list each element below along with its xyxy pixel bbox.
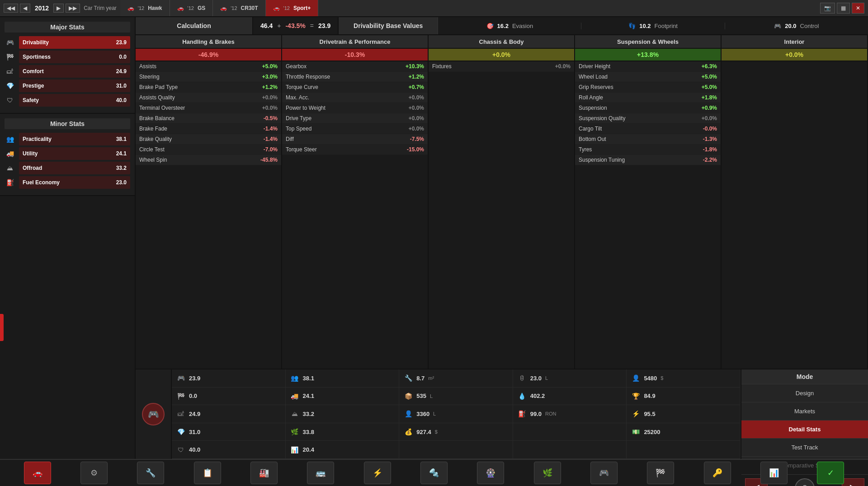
- prev-year-btn[interactable]: ◀: [20, 4, 30, 13]
- car-tab-name-2: CR30T: [241, 5, 258, 11]
- bstat-4-2: ⚡ 95.5: [627, 405, 740, 423]
- mech-nav[interactable]: 🔩: [420, 462, 448, 484]
- ctrl-nav[interactable]: 🎮: [590, 462, 618, 484]
- stat-item-value-3-5: +0.0%: [702, 115, 717, 122]
- stat-item-name-3-2: Grip Reserves: [579, 84, 613, 90]
- bstat-value-2-1: 535: [416, 393, 426, 399]
- stat-item-name-1-1: Throttle Response: [286, 74, 330, 80]
- stat-value-3: 31.0: [116, 83, 127, 89]
- driv-base-values: 🎯 16.2 Evasion 👣 10.2 Footprint 🎮 20.0 C…: [438, 17, 868, 34]
- next-next-year-btn[interactable]: ▶▶: [66, 4, 80, 13]
- stat-item-value-0-4: +0.0%: [262, 105, 278, 111]
- bstat-1-2: ⛰ 33.2: [286, 405, 399, 423]
- stat-item-drivetrain-1: Throttle Response +1.2%: [282, 72, 428, 82]
- col-header-chassis: Chassis & Body: [429, 35, 575, 48]
- stat-name-0: Drivability: [23, 39, 49, 46]
- major-stat-row-safety[interactable]: 🛡 Safety 40.0: [5, 94, 130, 107]
- car-tab-sport+[interactable]: 🚗'12Sport+: [266, 0, 319, 16]
- col-content-suspension: Driver Height +6.3% Wheel Load +5.0% Gri…: [575, 61, 722, 369]
- bottom-driv-icon-area: 🎮: [136, 369, 172, 459]
- stat-item-suspension-9: Suspension Tuning -2.2%: [575, 155, 721, 165]
- minor-stat-icon-0: 👥: [5, 134, 15, 145]
- car-tab-name-1: GS: [198, 5, 205, 11]
- minor-stat-bar-0: Practicality 38.1: [19, 133, 130, 145]
- car-tab-hawk[interactable]: 🚗'12Hawk: [120, 0, 170, 16]
- minor-stat-icon-1: 🚚: [5, 148, 15, 159]
- mode-btn-markets[interactable]: Markets: [741, 402, 868, 421]
- car-tab-gs[interactable]: 🚗'12GS: [170, 0, 213, 16]
- mode-btn-design[interactable]: Design: [741, 384, 868, 402]
- control-label: Control: [800, 23, 819, 29]
- stat-item-name-3-3: Roll Angle: [579, 94, 603, 101]
- major-stat-row-sportiness[interactable]: 🏁 Sportiness 0.0: [5, 51, 130, 63]
- control-value: 20.0: [785, 23, 796, 29]
- major-stat-row-prestige[interactable]: 💎 Prestige 31.0: [5, 79, 130, 92]
- stats-nav[interactable]: 📊: [760, 462, 788, 484]
- bstat-value-1-4: 20.4: [303, 446, 314, 453]
- bstat-value-3-2: 99.0: [530, 411, 542, 417]
- minor-stat-row-utility[interactable]: 🚚 Utility 24.1: [5, 147, 130, 160]
- menu-btn[interactable]: ▦: [837, 3, 850, 14]
- bstat-value-4-0: 5480: [644, 375, 657, 382]
- engine-nav[interactable]: ⚙: [80, 462, 108, 484]
- col-totals-row: -46.9%-10.3%+0.0%+13.8%+0.0%: [136, 49, 868, 61]
- key-nav[interactable]: 🔑: [704, 462, 731, 484]
- help-button[interactable]: ?: [795, 478, 815, 486]
- elec-nav[interactable]: ⚡: [364, 462, 391, 484]
- body-nav[interactable]: 🚌: [307, 462, 334, 484]
- year-navigation: ◀◀ ◀ 2012 ▶ ▶▶ Car Trim year: [0, 4, 120, 13]
- major-stat-row-comfort[interactable]: 🛋 Comfort 24.9: [5, 65, 130, 78]
- prev-prev-year-btn[interactable]: ◀◀: [4, 4, 18, 13]
- stat-item-value-1-6: +0.0%: [409, 126, 424, 132]
- bstat-4-1: 🏆 84.9: [627, 388, 740, 406]
- footprint-group: 👣 10.2 Footprint: [581, 23, 725, 29]
- tune-nav[interactable]: 🔧: [137, 462, 164, 484]
- screenshot-btn[interactable]: 📷: [820, 3, 835, 14]
- minor-stat-bar-2: Offroad 33.2: [19, 162, 130, 174]
- next-nav-arrow[interactable]: ▶: [842, 478, 864, 486]
- car-tab-cr30t[interactable]: 🚗'12CR30T: [213, 0, 265, 16]
- bstat-2-0: 🔧 8.7 m²: [399, 369, 513, 388]
- stat-item-value-1-5: +0.0%: [409, 115, 424, 122]
- eco-nav[interactable]: 🌿: [534, 462, 561, 484]
- minor-stats-section: Minor Stats 👥 Practicality 38.1 🚚 Utilit…: [0, 114, 135, 196]
- bstat-0-3: 💎 31.0: [172, 423, 285, 441]
- race-nav[interactable]: 🏁: [647, 462, 674, 484]
- car-nav[interactable]: 🚗: [24, 462, 51, 484]
- stat-item-value-3-2: +5.0%: [702, 84, 717, 90]
- mode-btn-test-track[interactable]: Test Track: [741, 439, 868, 457]
- bstat-icon-2-2: 👤: [404, 410, 413, 417]
- stat-value-0: 23.9: [116, 39, 127, 46]
- spec-nav[interactable]: 📋: [194, 462, 221, 484]
- calc-driv-bar: Calculation 46.4 + -43.5% = 23.9 Drivabi…: [136, 17, 868, 35]
- bstat-value-2-3: 927.4: [416, 429, 431, 435]
- mode-btn-detail-stats[interactable]: Detail Stats: [741, 421, 868, 439]
- stat-item-value-2-0: +0.0%: [555, 63, 571, 70]
- minor-stats-title: Minor Stats: [5, 118, 130, 129]
- close-btn[interactable]: ✕: [852, 3, 864, 14]
- stat-value-1: 0.0: [119, 54, 127, 60]
- minor-stat-row-offroad[interactable]: ⛰ Offroad 33.2: [5, 162, 130, 174]
- stat-item-name-2-0: Fixtures: [432, 63, 452, 70]
- wheel-nav[interactable]: 🎡: [477, 462, 504, 484]
- bstat-1-1: 🚚 24.1: [286, 388, 399, 406]
- trim-label: Car Trim year: [84, 5, 117, 11]
- factory-nav[interactable]: 🏭: [250, 462, 278, 484]
- calc-modifier: -43.5%: [285, 22, 305, 29]
- bstat-0-4: 🛡 40.0: [172, 441, 285, 459]
- bstat-unit-4-0: $: [660, 375, 663, 381]
- stat-item-handling-5: Brake Balance -0.5%: [136, 113, 281, 124]
- stat-item-suspension-7: Bottom Out -1.3%: [575, 134, 721, 145]
- car-tab-year-0: '12: [138, 5, 144, 11]
- col-header-drivetrain: Drivetrain & Performance: [282, 35, 429, 48]
- stat-item-drivetrain-0: Gearbox +10.3%: [282, 61, 428, 72]
- minor-stat-row-fuel-economy[interactable]: ⛽ Fuel Economy 23.0: [5, 176, 130, 189]
- confirm-nav[interactable]: ✓: [817, 462, 844, 484]
- bstat-2-3: 💰 927.4 $: [399, 423, 513, 441]
- minor-stat-row-practicality[interactable]: 👥 Practicality 38.1: [5, 133, 130, 145]
- bstat-value-0-3: 31.0: [189, 429, 200, 435]
- major-stat-row-drivability[interactable]: 🎮 Drivability 23.9: [5, 36, 130, 49]
- stats-columns: Assists +5.0% Steering +3.0% Brake Pad T…: [136, 61, 868, 369]
- next-year-btn[interactable]: ▶: [53, 4, 64, 13]
- bstat-icon-1-0: 👥: [290, 374, 299, 382]
